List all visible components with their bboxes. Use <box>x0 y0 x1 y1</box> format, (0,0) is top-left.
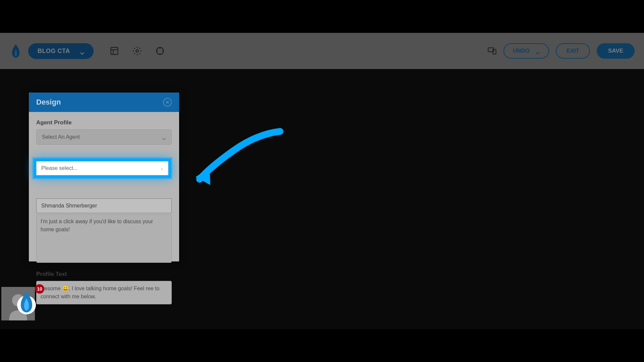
chevron-down-icon: ⌄ <box>160 166 163 171</box>
undo-button[interactable]: UNDO <box>503 43 549 59</box>
profile-text-label: Profile Text <box>36 271 172 278</box>
exit-button[interactable]: EXIT <box>556 43 590 59</box>
svg-rect-0 <box>111 48 118 55</box>
message-textarea[interactable]: I'm just a click away if you'd like to d… <box>36 215 172 263</box>
devices-icon[interactable] <box>487 46 497 56</box>
agent-option-shmanda[interactable]: Shmanda Shmerberger <box>36 198 172 213</box>
profile-text-value: wesome 😀, I love talking home goals! Fee… <box>41 286 159 299</box>
message-text: I'm just a click away if you'd like to d… <box>41 219 153 232</box>
panel-header: Design <box>29 93 179 112</box>
flame-overlay-icon <box>16 290 37 314</box>
blog-cta-dropdown[interactable]: BLOG CTA <box>28 43 94 59</box>
target-icon[interactable] <box>155 46 165 56</box>
chat-widget[interactable]: 10 <box>1 284 38 362</box>
toolbar-right: UNDO EXIT SAVE <box>487 43 635 59</box>
agent-select-placeholder: Please select... <box>41 165 78 171</box>
toolbar-left: BLOG CTA <box>9 43 165 59</box>
badge-count: 10 <box>37 286 42 292</box>
flame-logo-icon <box>9 44 22 58</box>
agent-select-input[interactable]: Please select... ⌄ <box>36 161 168 175</box>
chevron-down-icon <box>162 136 166 138</box>
exit-label: EXIT <box>567 48 579 54</box>
select-agent-dropdown[interactable]: Select An Agent <box>36 129 172 145</box>
select-agent-value: Select An Agent <box>42 134 80 140</box>
layout-icon[interactable] <box>110 46 119 56</box>
undo-label: UNDO <box>513 48 530 54</box>
highlighted-agent-dropdown: Please select... ⌄ <box>34 159 171 178</box>
blog-cta-label: BLOG CTA <box>38 48 70 55</box>
profile-text-textarea[interactable]: wesome 😀, I love talking home goals! Fee… <box>36 281 172 304</box>
save-label: SAVE <box>608 48 623 54</box>
gear-icon[interactable] <box>132 46 142 56</box>
chevron-down-icon <box>536 50 540 52</box>
panel-title: Design <box>36 98 61 107</box>
agent-option-label: Shmanda Shmerberger <box>41 203 97 208</box>
toolbar: BLOG CTA UNDO <box>0 33 644 69</box>
notification-badge: 10 <box>35 284 44 294</box>
toolbar-icon-group <box>110 46 165 56</box>
save-button[interactable]: SAVE <box>597 43 635 59</box>
agent-profile-label: Agent Profile <box>36 119 172 126</box>
profile-text-section: Profile Text wesome 😀, I love talking ho… <box>36 271 172 304</box>
close-button[interactable] <box>163 98 172 107</box>
svg-point-3 <box>136 50 138 52</box>
chevron-down-icon <box>80 50 84 52</box>
